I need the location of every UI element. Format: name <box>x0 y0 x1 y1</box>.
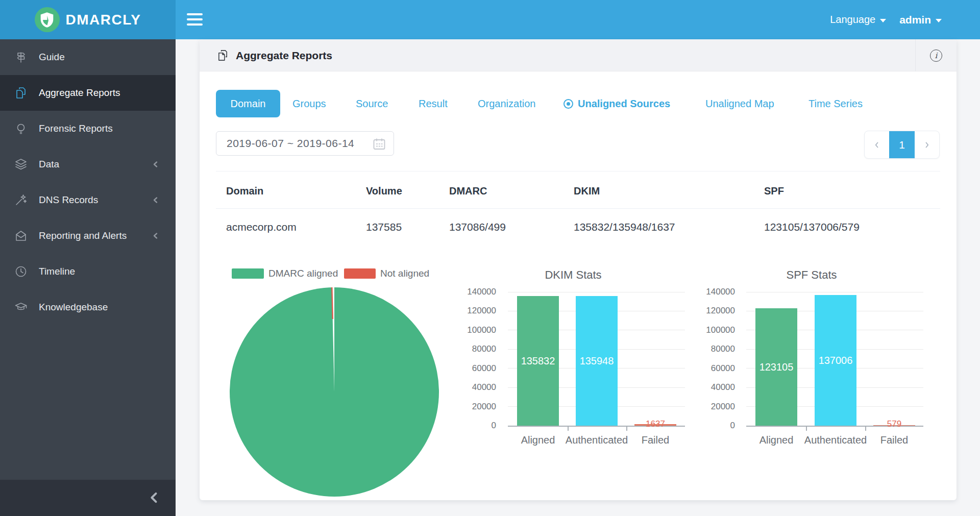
table-top-border <box>216 171 940 171</box>
page-title: Aggregate Reports <box>236 39 332 71</box>
column-header-dmarc: DMARC <box>449 185 487 197</box>
date-range-input[interactable]: 2019-06-07 ~ 2019-06-14 <box>216 131 394 156</box>
legend-swatch-not-aligned[interactable] <box>344 268 376 279</box>
lightbulb-icon <box>14 122 28 135</box>
cell-domain: acmecorp.com <box>226 221 297 233</box>
language-label: Language <box>830 14 875 26</box>
calendar-icon <box>372 137 386 151</box>
tab-result[interactable]: Result <box>419 90 448 117</box>
sidebar-item-data[interactable]: Data <box>0 146 176 182</box>
page-root: DMARCLY Language admin GuideAggregate Re… <box>0 0 980 516</box>
clock-icon <box>14 265 28 278</box>
cell-dmarc: 137086/499 <box>449 221 506 233</box>
legend-label-not-aligned[interactable]: Not aligned <box>380 268 429 279</box>
language-dropdown[interactable]: Language <box>830 14 886 26</box>
chevron-down-icon <box>880 19 886 22</box>
card-header: Aggregate Reports i <box>200 39 957 71</box>
tab-unaligned-sources[interactable]: Unaligned Sources <box>564 90 670 117</box>
sidebar-item-reporting-and-alerts[interactable]: Reporting and Alerts <box>0 218 176 254</box>
dmarc-alignment-pie-chart <box>229 287 439 497</box>
sidebar-item-knowledgebase[interactable]: Knowledgebase <box>0 289 176 325</box>
info-icon[interactable]: i <box>930 50 942 62</box>
legend-label-aligned[interactable]: DMARC aligned <box>268 268 338 279</box>
layers-icon <box>14 158 28 171</box>
header-divider <box>915 39 916 71</box>
cell-spf: 123105/137006/579 <box>764 221 860 233</box>
tab-unaligned-map[interactable]: Unaligned Map <box>705 90 774 117</box>
top-bar: DMARCLY Language admin <box>0 0 980 39</box>
graduation-cap-icon <box>14 301 28 314</box>
user-label: admin <box>899 14 931 26</box>
cell-dkim: 135832/135948/1637 <box>574 221 675 233</box>
sidebar-item-dns-records[interactable]: DNS Records <box>0 182 176 218</box>
tab-domain[interactable]: Domain <box>216 90 280 117</box>
shield-logo-icon <box>35 7 60 32</box>
signpost-icon <box>14 51 28 64</box>
column-header-domain: Domain <box>226 185 263 197</box>
column-header-volume: Volume <box>366 185 402 197</box>
chevron-left-icon <box>872 140 881 150</box>
sidebar-item-forensic-reports[interactable]: Forensic Reports <box>0 111 176 146</box>
date-range-value: 2019-06-07 ~ 2019-06-14 <box>227 137 354 150</box>
tab-organization[interactable]: Organization <box>478 90 535 117</box>
sidebar-item-timeline[interactable]: Timeline <box>0 254 176 289</box>
legend-swatch-aligned[interactable] <box>232 268 264 279</box>
next-page-button[interactable] <box>915 131 939 158</box>
reports-icon <box>216 49 229 62</box>
chevron-down-icon <box>936 19 942 22</box>
column-header-spf: SPF <box>764 185 784 197</box>
sidebar: GuideAggregate ReportsForensic ReportsDa… <box>0 39 176 516</box>
envelope-icon <box>14 229 28 242</box>
sidebar-item-guide[interactable]: Guide <box>0 39 176 75</box>
dkim-chart-title: DKIM Stats <box>497 268 650 282</box>
current-page-button[interactable]: 1 <box>889 131 914 158</box>
tab-source[interactable]: Source <box>356 90 388 117</box>
cell-volume: 137585 <box>366 221 402 233</box>
menu-toggle-icon[interactable] <box>187 13 203 27</box>
user-dropdown[interactable]: admin <box>899 14 942 26</box>
chevron-right-icon <box>922 140 932 150</box>
chevron-left-icon <box>151 195 160 205</box>
spf-chart-title: SPF Stats <box>735 268 888 282</box>
prev-page-button[interactable] <box>865 131 889 158</box>
brand-logo[interactable]: DMARCLY <box>0 0 176 39</box>
documents-icon <box>14 86 28 100</box>
magic-wand-icon <box>14 193 28 207</box>
brand-name: DMARCLY <box>66 12 141 28</box>
chevron-left-icon <box>151 160 160 169</box>
chevron-left-icon <box>147 490 161 505</box>
pagination: 1 <box>864 131 940 159</box>
chevron-left-icon <box>151 231 160 240</box>
column-header-dkim: DKIM <box>574 185 600 197</box>
sidebar-collapse-button[interactable] <box>0 480 176 516</box>
target-icon <box>564 99 573 109</box>
sidebar-item-aggregate-reports[interactable]: Aggregate Reports <box>0 75 176 111</box>
table-header-border <box>216 208 940 209</box>
tab-time-series[interactable]: Time Series <box>808 90 863 117</box>
tab-groups[interactable]: Groups <box>292 90 326 117</box>
